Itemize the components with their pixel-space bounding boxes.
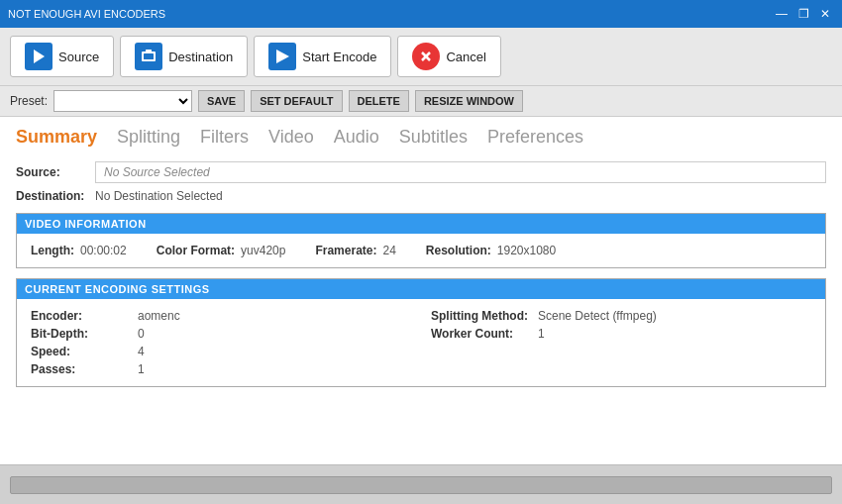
splitting-method-value: Scene Detect (ffmpeg) xyxy=(538,309,657,323)
tab-preferences[interactable]: Preferences xyxy=(487,127,583,150)
speed-label: Speed: xyxy=(31,345,130,358)
bit-depth-row: Bit-Depth: 0 xyxy=(31,327,411,341)
right-col: Splitting Method: Scene Detect (ffmpeg) … xyxy=(431,309,811,376)
cancel-icon xyxy=(412,43,440,70)
tab-subtitles[interactable]: Subtitles xyxy=(399,127,468,150)
preset-bar: Preset: SAVE SET DEFAULT DELETE RESIZE W… xyxy=(0,86,842,117)
destination-value: No Destination Selected xyxy=(95,189,223,203)
toolbar: Source Destination Start Encode xyxy=(0,28,842,86)
length-item: Length: 00:00:02 xyxy=(31,244,127,257)
source-button[interactable]: Source xyxy=(10,36,114,77)
video-info-header: VIDEO INFORMATION xyxy=(17,214,825,234)
splitting-method-label: Splitting Method: xyxy=(431,309,530,323)
passes-row: Passes: 1 xyxy=(31,362,411,376)
color-format-value: yuv420p xyxy=(241,244,285,257)
passes-value: 1 xyxy=(138,362,145,376)
encoder-label: Encoder: xyxy=(31,309,130,323)
start-encode-button[interactable]: Start Encode xyxy=(254,36,391,77)
main-window: Source Destination Start Encode xyxy=(0,28,842,504)
title-bar: NOT ENOUGH AVI ENCODERS — ❐ ✕ xyxy=(0,0,842,28)
resolution-item: Resolution: 1920x1080 xyxy=(426,244,556,257)
svg-rect-4 xyxy=(144,53,154,59)
source-value: No Source Selected xyxy=(95,161,826,183)
app-title: NOT ENOUGH AVI ENCODERS xyxy=(8,8,165,20)
source-icon xyxy=(25,43,53,70)
minimize-button[interactable]: — xyxy=(773,6,790,22)
close-button[interactable]: ✕ xyxy=(816,6,834,22)
tab-summary[interactable]: Summary xyxy=(16,127,97,150)
start-encode-icon xyxy=(268,43,296,70)
encoding-settings-header: CURRENT ENCODING SETTINGS xyxy=(17,279,825,299)
passes-label: Passes: xyxy=(31,362,130,376)
resize-window-button[interactable]: RESIZE WINDOW xyxy=(415,90,523,112)
tab-video[interactable]: Video xyxy=(268,127,314,150)
destination-row: Destination: No Destination Selected xyxy=(16,189,826,203)
length-value: 00:00:02 xyxy=(80,244,127,257)
color-format-item: Color Format: yuv420p xyxy=(157,244,286,257)
color-format-label: Color Format: xyxy=(157,244,235,257)
framerate-item: Framerate: 24 xyxy=(315,244,395,257)
source-label: Source: xyxy=(16,165,95,179)
worker-count-value: 1 xyxy=(538,327,545,341)
bit-depth-label: Bit-Depth: xyxy=(31,327,130,341)
window-controls: — ❐ ✕ xyxy=(773,6,834,22)
bottom-bar xyxy=(0,464,842,504)
resolution-label: Resolution: xyxy=(426,244,491,257)
destination-label: Destination: xyxy=(16,189,95,203)
resolution-value: 1920x1080 xyxy=(497,244,556,257)
framerate-value: 24 xyxy=(382,244,395,257)
left-col: Encoder: aomenc Bit-Depth: 0 Speed: 4 xyxy=(31,309,411,376)
bit-depth-value: 0 xyxy=(138,327,145,341)
encoding-settings-body: Encoder: aomenc Bit-Depth: 0 Speed: 4 xyxy=(17,299,825,386)
video-info-row: Length: 00:00:02 Color Format: yuv420p F… xyxy=(31,244,811,257)
destination-button[interactable]: Destination xyxy=(120,36,248,77)
progress-bar-outer xyxy=(10,476,832,494)
splitting-method-row: Splitting Method: Scene Detect (ffmpeg) xyxy=(431,309,811,323)
tab-splitting[interactable]: Splitting xyxy=(117,127,180,150)
video-info-panel: VIDEO INFORMATION Length: 00:00:02 Color… xyxy=(16,213,826,268)
svg-rect-5 xyxy=(146,50,152,52)
encoder-value: aomenc xyxy=(138,309,180,323)
framerate-label: Framerate: xyxy=(315,244,376,257)
preset-label: Preset: xyxy=(10,94,48,108)
destination-icon xyxy=(135,43,162,70)
encoder-row: Encoder: aomenc xyxy=(31,309,411,323)
worker-count-row: Worker Count: 1 xyxy=(431,327,811,341)
maximize-button[interactable]: ❐ xyxy=(794,6,812,22)
speed-row: Speed: 4 xyxy=(31,345,411,358)
preset-select[interactable] xyxy=(53,90,192,112)
speed-value: 4 xyxy=(138,345,145,358)
content-area: Summary Splitting Filters Video Audio Su… xyxy=(0,117,842,464)
cancel-button[interactable]: Cancel xyxy=(397,36,500,77)
tabs: Summary Splitting Filters Video Audio Su… xyxy=(16,127,826,150)
set-default-button[interactable]: SET DEFAULT xyxy=(251,90,342,112)
encoding-settings-panel: CURRENT ENCODING SETTINGS Encoder: aomen… xyxy=(16,278,826,387)
worker-count-label: Worker Count: xyxy=(431,327,530,341)
tab-audio[interactable]: Audio xyxy=(334,127,379,150)
length-label: Length: xyxy=(31,244,74,257)
delete-preset-button[interactable]: DELETE xyxy=(349,90,409,112)
tab-filters[interactable]: Filters xyxy=(200,127,249,150)
encoding-grid: Encoder: aomenc Bit-Depth: 0 Speed: 4 xyxy=(31,309,811,376)
video-info-body: Length: 00:00:02 Color Format: yuv420p F… xyxy=(17,234,825,267)
source-row: Source: No Source Selected xyxy=(16,161,826,183)
save-preset-button[interactable]: SAVE xyxy=(198,90,245,112)
